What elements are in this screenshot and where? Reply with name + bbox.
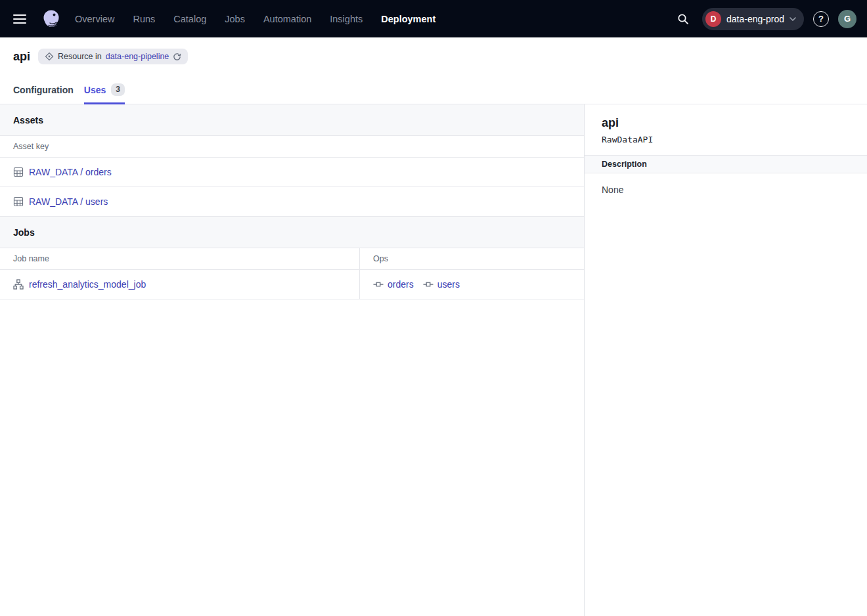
table-row: RAW_DATA / orders [0, 158, 584, 187]
deployment-name: data-eng-prod [726, 14, 784, 24]
page-title: api [13, 50, 30, 64]
asset-key-label: RAW_DATA / orders [29, 167, 112, 177]
assets-section-header: Assets [0, 104, 584, 136]
op-icon [373, 279, 384, 290]
content-area: Assets Asset key RAW_DATA / orders [0, 104, 867, 616]
ops-column-header: Ops [359, 248, 584, 269]
assets-column-header-row: Asset key [0, 136, 584, 158]
nav-item-automation[interactable]: Automation [263, 14, 311, 24]
table-row: RAW_DATA / users [0, 187, 584, 217]
nav-item-catalog[interactable]: Catalog [173, 14, 206, 24]
tab-configuration[interactable]: Configuration [13, 76, 74, 104]
jobs-section-header: Jobs [0, 217, 584, 248]
op-icon [423, 279, 434, 290]
jobs-column-header-row: Job name Ops [0, 248, 584, 270]
tab-bar: Configuration Uses 3 [0, 76, 867, 104]
tab-configuration-label: Configuration [13, 85, 74, 95]
page-header: api Resource in data-eng-pipeline [0, 37, 867, 76]
asset-table-icon [13, 196, 24, 207]
nav-item-insights[interactable]: Insights [330, 14, 363, 24]
asset-link-users[interactable]: RAW_DATA / users [13, 196, 108, 207]
description-value: None [585, 173, 867, 206]
panel-resource-type: RawDataAPI [602, 135, 850, 144]
chevron-down-icon [789, 17, 796, 21]
nav-item-overview[interactable]: Overview [75, 14, 114, 24]
job-name-column-header: Job name [0, 248, 359, 269]
asset-table-icon [13, 167, 24, 177]
dagster-logo-icon[interactable] [38, 6, 64, 32]
table-row: refresh_analytics_model_job orders [0, 270, 584, 299]
nav-right-cluster: D data-eng-prod ? G [673, 8, 856, 30]
job-link[interactable]: refresh_analytics_model_job [13, 279, 146, 290]
uses-tables: Assets Asset key RAW_DATA / orders [0, 104, 585, 616]
deployment-initial-badge: D [705, 11, 721, 27]
tab-uses[interactable]: Uses 3 [84, 76, 125, 104]
asset-key-column-header: Asset key [0, 136, 584, 157]
resource-badge: Resource in data-eng-pipeline [38, 49, 188, 64]
asset-key-label: RAW_DATA / users [29, 196, 108, 207]
avatar[interactable]: G [838, 10, 856, 28]
resource-badge-text: Resource in [58, 52, 102, 61]
deployment-switcher[interactable]: D data-eng-prod [702, 8, 804, 30]
panel-resource-name: api [602, 116, 850, 130]
menu-icon[interactable] [11, 10, 29, 28]
refresh-icon[interactable] [173, 53, 181, 61]
nav-item-runs[interactable]: Runs [133, 14, 155, 24]
tab-uses-label: Uses [84, 85, 106, 95]
resource-detail-panel: api RawDataAPI Description None [585, 104, 867, 616]
job-hierarchy-icon [13, 279, 24, 290]
primary-nav: Overview Runs Catalog Jobs Automation In… [75, 14, 435, 24]
op-name-label: orders [388, 279, 414, 290]
help-icon[interactable]: ? [813, 11, 829, 27]
nav-item-jobs[interactable]: Jobs [225, 14, 245, 24]
resource-icon [45, 52, 54, 61]
op-link-users[interactable]: users [423, 279, 460, 290]
search-icon[interactable] [673, 9, 693, 29]
asset-link-orders[interactable]: RAW_DATA / orders [13, 167, 112, 177]
op-link-orders[interactable]: orders [373, 279, 414, 290]
op-name-label: users [437, 279, 460, 290]
nav-item-deployment[interactable]: Deployment [381, 14, 435, 24]
job-name-label: refresh_analytics_model_job [29, 279, 146, 290]
description-section-header: Description [585, 155, 867, 173]
code-location-link[interactable]: data-eng-pipeline [106, 52, 169, 61]
tab-uses-count-badge: 3 [111, 83, 125, 95]
top-navigation: Overview Runs Catalog Jobs Automation In… [0, 0, 867, 37]
